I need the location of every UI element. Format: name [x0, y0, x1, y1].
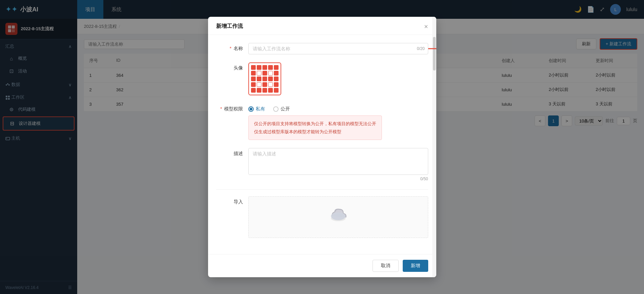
radio-circle-private — [248, 106, 254, 112]
info-box: 仅公开的项目支持将模型转换为公开，私有项目的模型无法公开 仅生成过模型库版本的模… — [248, 115, 382, 140]
form-label-description: 描述 — [216, 148, 243, 157]
upload-area[interactable] — [248, 196, 428, 238]
form-label-avatar: 头像 — [216, 62, 243, 71]
radio-private[interactable]: 私有 — [248, 106, 265, 112]
form-row-avatar: 头像 — [216, 62, 428, 95]
form-control-description: 0/50 — [248, 148, 428, 181]
avatar-grid-container[interactable] — [248, 62, 281, 95]
cloud-upload-icon — [328, 207, 348, 225]
name-input-wrapper: 0/20 — [248, 43, 428, 54]
dialog-body: * 名称 0/20 — [208, 35, 436, 254]
dialog-footer: 取消 新增 — [208, 254, 436, 277]
info-line-2: 仅生成过模型库版本的模型才能转为公开模型 — [254, 128, 376, 136]
radio-public[interactable]: 公开 — [273, 106, 290, 112]
required-star-name: * — [230, 46, 231, 51]
arrow-indicator — [428, 45, 436, 53]
form-row-name: * 名称 0/20 — [216, 43, 428, 54]
dialog-header: 新增工作流 × — [208, 17, 436, 35]
description-counter: 0/50 — [248, 177, 428, 181]
submit-button[interactable]: 新增 — [403, 260, 428, 272]
radio-group-permission: 私有 公开 — [248, 103, 290, 112]
radio-label-public: 公开 — [281, 106, 290, 112]
scrollbar-thumb[interactable] — [433, 37, 436, 70]
form-control-import — [248, 196, 428, 238]
name-input[interactable] — [248, 43, 428, 54]
svg-point-17 — [331, 212, 346, 220]
description-input[interactable] — [248, 148, 428, 175]
form-control-avatar — [248, 62, 428, 95]
dialog-overlay: 新增工作流 × * 名称 0/20 — [0, 0, 644, 294]
model-permission-row: * 模型权限 私有 公开 — [216, 103, 290, 112]
info-box-row: 仅公开的项目支持将模型转换为公开，私有项目的模型无法公开 仅生成过模型库版本的模… — [216, 115, 382, 140]
dialog: 新增工作流 × * 名称 0/20 — [208, 17, 436, 277]
form-label-spacer — [216, 115, 243, 118]
scrollbar-track[interactable] — [432, 17, 436, 277]
required-star-permission: * — [220, 106, 222, 111]
form-label-model-permission: * 模型权限 — [216, 103, 243, 112]
form-row-description: 描述 0/50 — [216, 148, 428, 181]
radio-label-private: 私有 — [256, 106, 265, 112]
form-row-import: 导入 — [216, 196, 428, 238]
form-label-name: * 名称 — [216, 43, 243, 52]
divider — [216, 189, 428, 190]
cancel-button[interactable]: 取消 — [373, 260, 399, 272]
name-counter: 0/20 — [417, 46, 425, 51]
form-label-import: 导入 — [216, 196, 243, 205]
form-control-name: 0/20 — [248, 43, 428, 54]
form-row-model-permission: * 模型权限 私有 公开 — [216, 103, 428, 140]
info-line-1: 仅公开的项目支持将模型转换为公开，私有项目的模型无法公开 — [254, 120, 376, 128]
dialog-title: 新增工作流 — [216, 23, 243, 30]
close-button[interactable]: × — [424, 23, 428, 30]
radio-circle-public — [273, 106, 279, 112]
